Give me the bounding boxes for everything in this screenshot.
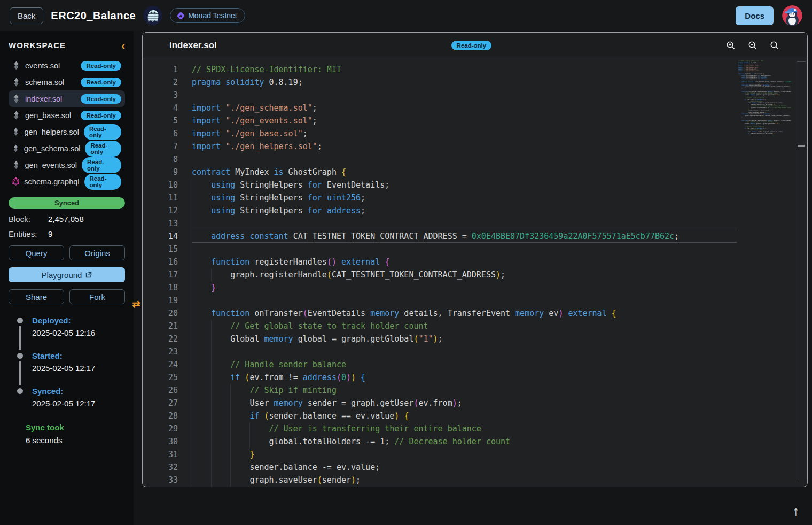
code-line: 12 using StringHelpers for address; — [143, 204, 737, 217]
line-number: 26 — [143, 384, 178, 397]
query-button[interactable]: Query — [9, 245, 64, 260]
file-name: gen_helpers.sol — [25, 128, 79, 136]
solidity-file-icon — [12, 160, 20, 169]
code-line: 29 // User is transferring their entire … — [143, 422, 737, 435]
indent-guide — [192, 384, 192, 397]
playground-button[interactable]: Playground — [9, 267, 125, 282]
editor-header: indexer.sol Read-only — [143, 33, 807, 58]
indent-guide — [192, 294, 192, 307]
indent-guide — [211, 448, 212, 461]
sync-status-badge[interactable]: Synced — [9, 197, 125, 209]
origins-button[interactable]: Origins — [69, 245, 125, 260]
search-icon[interactable] — [770, 41, 779, 50]
scrollbar-track[interactable] — [797, 61, 797, 482]
fork-button[interactable]: Fork — [69, 289, 125, 304]
code-line-text — [192, 345, 737, 358]
sidebar-item-gen_base.sol[interactable]: gen_base.solRead-only — [9, 107, 125, 123]
code-line: 19 — [143, 294, 737, 307]
user-avatar[interactable] — [782, 5, 802, 26]
code-line: 4import "./gen_schema.sol"; — [143, 102, 737, 114]
indent-guide — [211, 397, 212, 410]
code-line: 16 function registerHandles() external { — [143, 256, 737, 268]
readonly-badge: Read-only — [84, 174, 121, 190]
indent-guide — [192, 371, 192, 384]
indent-guide — [192, 422, 192, 435]
indent-guide — [192, 307, 192, 320]
sync-took-label: Sync took — [26, 423, 125, 432]
indent-guide — [211, 435, 212, 448]
line-number: 4 — [143, 102, 178, 114]
panel-resize-handle[interactable]: ⇄ — [129, 298, 143, 310]
code-line: 20 function onTransfer(EventDetails memo… — [143, 307, 737, 320]
code-line: 3 — [143, 89, 737, 102]
indent-guide — [211, 268, 212, 281]
sidebar-item-indexer.sol[interactable]: indexer.solRead-only — [9, 90, 125, 107]
line-number: 5 — [143, 114, 178, 127]
line-number: 21 — [143, 320, 178, 333]
open-in-new-icon — [85, 272, 92, 278]
code-line-text: } — [192, 281, 737, 294]
scrollbar-handle[interactable] — [798, 145, 805, 147]
code-line: 17 graph.registerHandle(CAT_TESTNET_TOKE… — [143, 268, 737, 281]
line-number: 17 — [143, 268, 178, 281]
entities-stat: Entities: 9 — [9, 229, 125, 238]
readonly-badge: Read-only — [451, 41, 492, 50]
code-line-text: // Handle sender balance — [192, 358, 737, 371]
line-number: 6 — [143, 127, 178, 140]
collapse-sidebar-icon[interactable]: ‹ — [121, 42, 125, 49]
indent-guide — [192, 333, 192, 345]
timeline-item: Synced:2025-02-05 12:17 — [17, 387, 125, 422]
timeline-connector — [19, 361, 21, 385]
indent-guide — [230, 435, 231, 448]
sidebar-item-gen_schema.sol[interactable]: gen_schema.solRead-only — [9, 140, 125, 157]
open-file-name: indexer.sol — [169, 40, 217, 51]
zoom-in-icon[interactable] — [726, 41, 736, 50]
scroll-to-top-button[interactable]: ↑ — [793, 504, 799, 519]
entities-label: Entities: — [9, 229, 48, 238]
timeline-label: Started: — [32, 351, 125, 360]
zoom-out-icon[interactable] — [748, 41, 758, 50]
workspace-heading: WORKSPACE — [9, 41, 66, 50]
code-line-text: Global memory global = graph.getGlobal("… — [192, 333, 737, 345]
code-line-text — [192, 243, 737, 256]
back-button[interactable]: Back — [10, 7, 43, 24]
sidebar-item-gen_helpers.sol[interactable]: gen_helpers.solRead-only — [9, 123, 125, 140]
indent-guide — [192, 435, 192, 448]
playground-label: Playground — [42, 271, 82, 280]
share-button[interactable]: Share — [9, 289, 64, 304]
network-badge[interactable]: Monad Testnet — [170, 8, 245, 23]
sidebar-item-events.sol[interactable]: events.solRead-only — [9, 57, 125, 74]
code-editor[interactable]: 1// SPDX-License-Identifier: MIT2pragma … — [143, 58, 737, 487]
code-line: 6import "./gen_base.sol"; — [143, 127, 737, 140]
solidity-file-icon — [12, 111, 20, 120]
graphql-file-icon — [12, 177, 19, 186]
sidebar-item-schema.sol[interactable]: schema.solRead-only — [9, 74, 125, 90]
sidebar-item-schema.graphql[interactable]: schema.graphqlRead-only — [9, 173, 125, 190]
workspace-sidebar: WORKSPACE ‹ events.solRead-onlyschema.so… — [0, 31, 134, 525]
code-line-text: import "./gen_schema.sol"; — [192, 102, 737, 114]
line-number: 25 — [143, 371, 178, 384]
readonly-badge: Read-only — [85, 141, 121, 157]
sidebar-item-gen_events.sol[interactable]: gen_events.solRead-only — [9, 157, 125, 173]
solidity-file-icon — [12, 127, 20, 136]
solidity-file-icon — [12, 61, 20, 70]
code-line-text: User memory sender = graph.getUser(ev.fr… — [192, 397, 737, 410]
line-number: 23 — [143, 345, 178, 358]
line-number: 7 — [143, 140, 178, 153]
line-number: 22 — [143, 333, 178, 345]
code-line: 28 if (sender.balance == ev.value) { — [143, 410, 737, 422]
solidity-file-icon — [12, 144, 19, 153]
indent-guide — [192, 217, 192, 230]
docs-button[interactable]: Docs — [736, 6, 774, 25]
code-line-text: if (sender.balance == ev.value) { — [192, 410, 737, 422]
line-number: 27 — [143, 397, 178, 410]
code-line-text: contract MyIndex is GhostGraph { — [192, 166, 737, 179]
code-line: 25 if (ev.from != address(0)) { — [143, 371, 737, 384]
line-number: 18 — [143, 281, 178, 294]
monad-icon — [177, 11, 185, 20]
code-line: 33 graph.saveUser(sender); — [143, 474, 737, 487]
minimap[interactable]: // SPDX-License-Identifier: MITpragma so… — [738, 60, 791, 134]
indent-guide — [192, 204, 192, 217]
indent-guide — [249, 422, 250, 435]
timeline-connector — [19, 326, 21, 350]
